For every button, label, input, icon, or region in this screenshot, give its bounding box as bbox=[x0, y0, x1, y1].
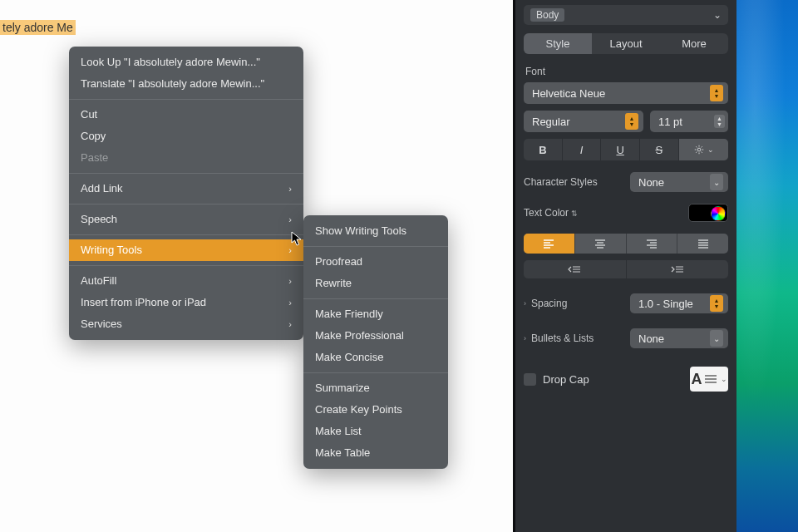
bullets-value: None bbox=[638, 332, 664, 345]
menu-separator bbox=[69, 234, 303, 235]
chevron-down-icon: ⌄ bbox=[710, 330, 723, 347]
italic-button[interactable]: I bbox=[563, 139, 602, 160]
stepper-icon: ▲▼ bbox=[710, 85, 723, 101]
character-styles-value: None bbox=[638, 176, 664, 189]
menu-cut[interactable]: Cut bbox=[69, 104, 303, 126]
stepper-icon: ▲▼ bbox=[710, 295, 723, 312]
font-family-value: Helvetica Neue bbox=[532, 87, 605, 100]
dropcap-style-dropdown[interactable]: A ⌄ bbox=[690, 367, 728, 392]
underline-button[interactable]: U bbox=[601, 139, 640, 160]
font-family-dropdown[interactable]: Helvetica Neue ▲▼ bbox=[524, 82, 728, 104]
stepper-icon: ▲▼ bbox=[625, 113, 638, 130]
menu-item-label: Copy bbox=[81, 129, 106, 144]
format-inspector: Body ⌄ Style Layout More Font Helvetica … bbox=[515, 0, 736, 532]
menu-autofill[interactable]: AutoFill › bbox=[69, 270, 303, 292]
spacing-disclosure[interactable]: ›Spacing bbox=[524, 298, 567, 309]
paragraph-style-dropdown[interactable]: Body ⌄ bbox=[524, 5, 728, 25]
bullets-disclosure[interactable]: ›Bullets & Lists bbox=[524, 332, 594, 344]
submenu-summarize[interactable]: Summarize bbox=[303, 377, 448, 399]
menu-item-label: Rewrite bbox=[315, 276, 352, 291]
advanced-options-button[interactable]: ⌄ bbox=[679, 139, 728, 160]
align-justify-button[interactable] bbox=[677, 234, 728, 254]
indent-button[interactable] bbox=[627, 260, 729, 278]
menu-separator bbox=[303, 372, 448, 373]
submenu-rewrite[interactable]: Rewrite bbox=[303, 273, 448, 294]
menu-item-label: Paste bbox=[81, 150, 108, 165]
dropcap-preview-icon: A bbox=[692, 372, 702, 387]
align-left-icon bbox=[543, 239, 554, 249]
alignment-buttons bbox=[524, 234, 728, 254]
menu-speech[interactable]: Speech › bbox=[69, 209, 303, 230]
strikethrough-button[interactable]: S bbox=[640, 139, 679, 160]
menu-item-label: Services bbox=[81, 317, 122, 332]
text-format-buttons: B I U S ⌄ bbox=[524, 139, 728, 160]
menu-copy[interactable]: Copy bbox=[69, 126, 303, 147]
menu-item-label: Proofread bbox=[315, 254, 362, 269]
menu-separator bbox=[69, 204, 303, 204]
chevron-right-icon: › bbox=[288, 295, 292, 310]
svg-line-7 bbox=[696, 152, 697, 153]
menu-separator bbox=[69, 265, 303, 266]
chevron-right-icon: › bbox=[288, 181, 292, 196]
cursor-icon bbox=[291, 231, 303, 246]
text-color-well[interactable] bbox=[688, 204, 728, 222]
submenu-show-writing-tools[interactable]: Show Writing Tools bbox=[303, 220, 448, 242]
menu-insert-from-device[interactable]: Insert from iPhone or iPad › bbox=[69, 292, 303, 313]
align-justify-icon bbox=[697, 239, 709, 249]
align-left-button[interactable] bbox=[524, 234, 575, 254]
color-wheel-icon[interactable] bbox=[711, 206, 726, 221]
svg-line-5 bbox=[696, 146, 697, 147]
submenu-make-professional[interactable]: Make Professional bbox=[303, 325, 448, 347]
menu-item-label: Create Key Points bbox=[315, 402, 402, 417]
spacing-dropdown[interactable]: 1.0 - Single ▲▼ bbox=[630, 293, 728, 313]
menu-services[interactable]: Services › bbox=[69, 313, 303, 335]
font-size-value: 11 pt bbox=[658, 116, 682, 128]
tab-more[interactable]: More bbox=[660, 33, 728, 54]
text-lines-icon bbox=[705, 375, 717, 383]
menu-item-label: Make List bbox=[315, 424, 362, 439]
chevron-right-icon: › bbox=[524, 299, 526, 308]
menu-add-link[interactable]: Add Link › bbox=[69, 178, 303, 200]
align-center-button[interactable] bbox=[575, 234, 627, 254]
outdent-button[interactable] bbox=[524, 260, 627, 278]
selected-document-text[interactable]: tely adore Me bbox=[0, 20, 76, 35]
menu-separator bbox=[69, 99, 303, 100]
font-weight-dropdown[interactable]: Regular ▲▼ bbox=[524, 111, 643, 132]
svg-point-0 bbox=[697, 148, 701, 151]
text-color-label: Text Color⇅ bbox=[524, 207, 578, 219]
indent-icon bbox=[671, 265, 684, 273]
stepper-icon: ▲▼ bbox=[714, 115, 725, 128]
chevron-down-icon: ⌄ bbox=[721, 375, 727, 383]
svg-line-6 bbox=[701, 152, 702, 153]
chevron-right-icon: › bbox=[288, 273, 292, 288]
character-styles-dropdown[interactable]: None ⌄ bbox=[630, 172, 728, 192]
submenu-make-table[interactable]: Make Table bbox=[303, 442, 448, 464]
submenu-make-list[interactable]: Make List bbox=[303, 421, 448, 442]
menu-item-label: Make Friendly bbox=[315, 307, 383, 322]
checkbox-icon bbox=[524, 373, 536, 386]
writing-tools-submenu: Show Writing Tools Proofread Rewrite Mak… bbox=[303, 215, 448, 469]
bold-button[interactable]: B bbox=[524, 139, 563, 160]
submenu-make-concise[interactable]: Make Concise bbox=[303, 347, 448, 368]
submenu-create-key-points[interactable]: Create Key Points bbox=[303, 399, 448, 421]
indent-buttons bbox=[524, 260, 728, 278]
menu-look-up[interactable]: Look Up "I absolutely adore Mewin..." bbox=[69, 52, 303, 73]
inspector-tabs: Style Layout More bbox=[524, 33, 728, 54]
menu-item-label: Look Up "I absolutely adore Mewin..." bbox=[81, 55, 260, 70]
menu-translate[interactable]: Translate "I absolutely adore Mewin..." bbox=[69, 73, 303, 95]
chevron-down-icon: ⌄ bbox=[713, 9, 722, 21]
menu-item-label: Summarize bbox=[315, 381, 370, 396]
tab-layout[interactable]: Layout bbox=[592, 33, 660, 54]
align-right-icon bbox=[646, 239, 658, 249]
menu-writing-tools[interactable]: Writing Tools › bbox=[69, 239, 303, 261]
context-menu: Look Up "I absolutely adore Mewin..." Tr… bbox=[69, 47, 303, 340]
font-size-field[interactable]: 11 pt ▲▼ bbox=[650, 111, 728, 132]
tab-style[interactable]: Style bbox=[524, 33, 592, 54]
bullets-dropdown[interactable]: None ⌄ bbox=[630, 328, 728, 348]
dropcap-checkbox[interactable]: Drop Cap bbox=[524, 373, 589, 386]
submenu-make-friendly[interactable]: Make Friendly bbox=[303, 303, 448, 325]
gear-icon bbox=[693, 144, 705, 155]
submenu-proofread[interactable]: Proofread bbox=[303, 251, 448, 273]
align-center-icon bbox=[594, 239, 606, 249]
align-right-button[interactable] bbox=[627, 234, 678, 254]
